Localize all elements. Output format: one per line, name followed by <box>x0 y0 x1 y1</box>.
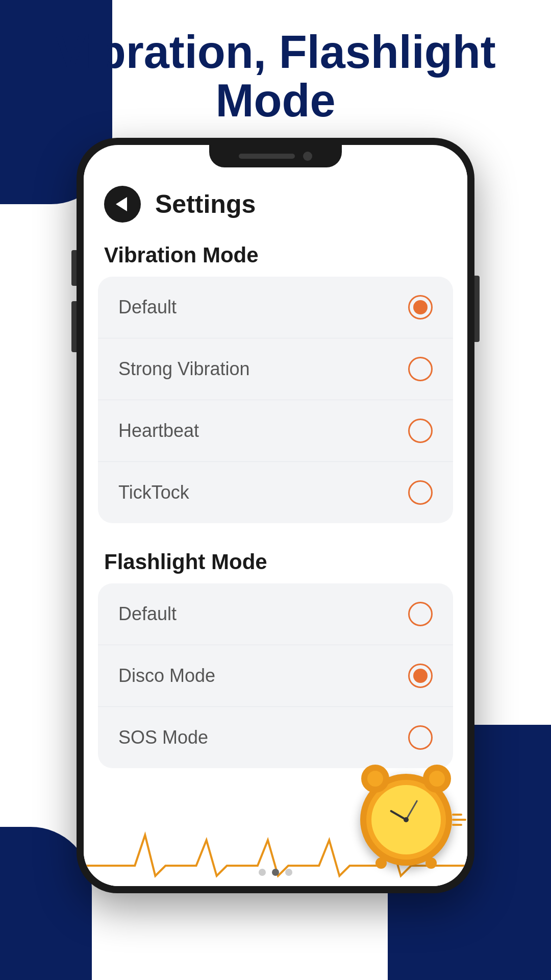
flashlight-option-disco[interactable]: Disco Mode <box>98 645 453 707</box>
page-title-line1: Vibration, Flashlight <box>55 27 495 78</box>
nav-dot-1[interactable] <box>259 869 266 876</box>
clock-bell-left <box>361 765 389 793</box>
flashlight-option-default[interactable]: Default <box>98 583 453 645</box>
phone-notch <box>209 145 342 167</box>
vibration-heartbeat-radio[interactable] <box>408 419 433 443</box>
flashlight-disco-radio[interactable] <box>408 664 433 688</box>
wave-1 <box>452 814 462 816</box>
phone-screen: Settings Vibration Mode Default Strong V… <box>84 145 467 886</box>
settings-title: Settings <box>155 189 256 219</box>
clock-face <box>371 785 441 854</box>
page-title-line2: Mode <box>216 75 336 126</box>
clock-bell-right <box>423 765 451 793</box>
side-btn-2 <box>71 301 77 352</box>
phone-mockup: Settings Vibration Mode Default Strong V… <box>77 138 474 893</box>
flashlight-default-radio[interactable] <box>408 602 433 626</box>
back-arrow-icon <box>116 197 127 211</box>
page-title: Vibration, Flashlight Mode <box>0 28 551 125</box>
app-screen: Settings Vibration Mode Default Strong V… <box>84 167 467 886</box>
vibration-ticktock-label: TickTock <box>118 482 189 503</box>
clock-sound-waves <box>452 814 466 826</box>
side-btn-3 <box>474 276 480 342</box>
nav-dots <box>259 869 292 876</box>
vibration-mode-card: Default Strong Vibration Heartbeat TickT… <box>98 277 453 523</box>
flashlight-default-label: Default <box>118 603 177 625</box>
back-button[interactable] <box>104 186 141 223</box>
vibration-ticktock-radio[interactable] <box>408 480 433 505</box>
vibration-default-label: Default <box>118 297 177 318</box>
vibration-heartbeat-label: Heartbeat <box>118 420 199 442</box>
wave-3 <box>452 824 462 826</box>
alarm-clock-illustration <box>360 774 452 866</box>
vibration-option-strong[interactable]: Strong Vibration <box>98 338 453 400</box>
flashlight-disco-label: Disco Mode <box>118 665 215 687</box>
clock-foot-right <box>425 857 437 869</box>
side-btn-1 <box>71 250 77 286</box>
flashlight-mode-card: Default Disco Mode SOS Mode <box>98 583 453 768</box>
wave-2 <box>452 819 466 821</box>
flashlight-sos-label: SOS Mode <box>118 727 208 748</box>
vibration-option-default[interactable]: Default <box>98 277 453 338</box>
notch-speaker <box>239 154 295 159</box>
vibration-section-label: Vibration Mode <box>84 235 467 277</box>
flashlight-section-label: Flashlight Mode <box>84 542 467 583</box>
clock-center <box>404 817 409 822</box>
vibration-option-ticktock[interactable]: TickTock <box>98 462 453 523</box>
vibration-default-radio[interactable] <box>408 295 433 320</box>
nav-dot-3[interactable] <box>285 869 292 876</box>
flashlight-sos-radio[interactable] <box>408 725 433 750</box>
nav-dot-2[interactable] <box>272 869 279 876</box>
clock-body <box>360 774 452 866</box>
clock-foot-left <box>375 857 387 869</box>
vibration-option-heartbeat[interactable]: Heartbeat <box>98 400 453 462</box>
flashlight-option-sos[interactable]: SOS Mode <box>98 707 453 768</box>
vibration-strong-radio[interactable] <box>408 357 433 381</box>
app-header: Settings <box>84 167 467 235</box>
vibration-strong-label: Strong Vibration <box>118 358 250 380</box>
notch-camera <box>303 152 312 161</box>
